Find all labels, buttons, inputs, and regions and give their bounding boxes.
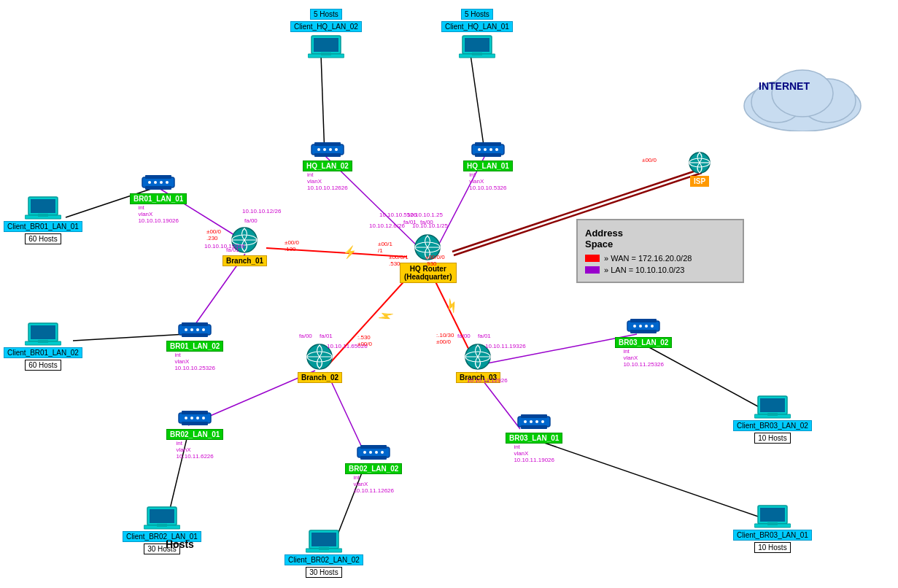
- svg-point-96: [639, 325, 642, 328]
- svg-rect-43: [472, 144, 504, 155]
- isp-iface: ±00/0: [642, 157, 657, 163]
- svg-rect-108: [31, 199, 55, 213]
- hq-s001: ±00/0/1.530: [389, 254, 409, 267]
- svg-point-90: [535, 420, 538, 423]
- svg-rect-57: [142, 177, 174, 187]
- br01-lan02-hosts: 60 Hosts: [25, 360, 61, 371]
- svg-text:⚡: ⚡: [441, 295, 462, 316]
- svg-text:⚡: ⚡: [342, 244, 358, 260]
- svg-rect-114: [38, 340, 48, 343]
- svg-point-91: [541, 420, 544, 423]
- svg-point-60: [148, 181, 151, 184]
- internet-cloud: INTERNET: [737, 58, 868, 134]
- hq-lan02-node: HQ_LAN_02 intvlanX10.10.10.12626: [303, 139, 352, 191]
- svg-point-56: [335, 148, 338, 151]
- svg-point-27: [772, 70, 833, 117]
- lan-legend: » LAN = 10.10.10.0/23: [604, 266, 684, 274]
- br03-lan01-hosts: 10 Hosts: [754, 542, 790, 553]
- svg-rect-102: [321, 53, 331, 55]
- client-hq-lan01: 5 Hosts Client_HQ_LAN_01: [441, 9, 513, 60]
- internet-label: INTERNET: [759, 80, 810, 92]
- svg-rect-118: [157, 524, 167, 527]
- br02-lan02-node: BR02_LAN_02 intvlanX10.10.11.12626: [345, 441, 402, 494]
- svg-point-75: [190, 417, 193, 419]
- svg-point-68: [190, 328, 193, 331]
- address-space-title: AddressSpace: [585, 228, 735, 249]
- br02-lan02-hosts: 30 Hosts: [306, 567, 341, 578]
- branch01-router: Branch_01 fa/00 ±00/0.230 fa/01 10.10.10…: [222, 225, 267, 266]
- svg-point-76: [196, 417, 199, 419]
- svg-point-48: [489, 148, 492, 151]
- svg-rect-130: [767, 413, 778, 416]
- svg-point-70: [202, 328, 205, 331]
- svg-point-77: [202, 417, 205, 419]
- br01-lan02-label: BR01_LAN_02: [166, 341, 223, 352]
- hosts-label: Hosts: [166, 538, 194, 550]
- svg-rect-110: [38, 214, 48, 217]
- svg-rect-85: [518, 417, 550, 427]
- svg-rect-72: [182, 411, 208, 414]
- svg-rect-44: [475, 142, 501, 146]
- branch02-label: Branch_02: [298, 372, 342, 383]
- svg-point-95: [633, 325, 636, 328]
- svg-rect-59: [145, 186, 171, 190]
- wan-legend: » WAN = 172.16.20.0/28: [604, 254, 692, 263]
- svg-point-83: [375, 451, 378, 454]
- svg-rect-71: [179, 413, 211, 423]
- svg-point-53: [317, 148, 320, 151]
- svg-rect-128: [760, 398, 785, 412]
- br03-lan02-node: BR03_LAN_02 intvlanX10.10.11.25326: [615, 315, 672, 368]
- br01-lan01-node: BR01_LAN_01 intvlanX10.10.10.19026: [130, 171, 187, 224]
- svg-rect-94: [630, 330, 657, 333]
- svg-rect-65: [182, 322, 208, 326]
- client-br01-lan01: Client_BR01_LAN_01 60 Hosts: [4, 193, 82, 244]
- svg-rect-112: [31, 325, 55, 339]
- svg-rect-116: [150, 509, 174, 523]
- branch02-router: Branch_02 fa/00 fa/01 10.10.11.65026: [298, 341, 342, 383]
- svg-rect-100: [314, 38, 338, 52]
- br01-lan01-label: BR01_LAN_01: [130, 193, 187, 204]
- legend-box: AddressSpace » WAN = 172.16.20.0/28 » LA…: [576, 219, 744, 283]
- svg-rect-78: [357, 447, 390, 457]
- svg-point-54: [323, 148, 326, 151]
- client-br03-lan01: Client_BR03_LAN_01 10 Hosts: [733, 502, 812, 553]
- svg-point-55: [329, 148, 332, 151]
- svg-rect-92: [627, 321, 659, 331]
- hq-lan02-label: HQ_LAN_02: [303, 160, 352, 171]
- isp-label: ISP: [690, 176, 709, 187]
- svg-rect-51: [314, 142, 341, 146]
- svg-rect-126: [767, 522, 778, 525]
- svg-rect-50: [311, 144, 344, 155]
- branch01-label: Branch_01: [222, 255, 267, 266]
- svg-point-49: [495, 148, 498, 151]
- svg-point-89: [530, 420, 533, 423]
- svg-rect-87: [521, 425, 547, 429]
- svg-point-63: [166, 181, 169, 184]
- svg-point-84: [381, 451, 384, 454]
- svg-point-62: [160, 181, 163, 184]
- br03-lan02-hosts: 10 Hosts: [754, 433, 790, 444]
- svg-rect-86: [521, 414, 547, 418]
- svg-rect-52: [314, 153, 341, 157]
- hq-lan01-label: HQ_LAN_01: [463, 160, 513, 171]
- svg-rect-120: [311, 533, 336, 546]
- svg-rect-64: [179, 325, 211, 335]
- client-hq-lan02: 5 Hosts Client_HQ_LAN_02: [290, 9, 362, 60]
- svg-point-88: [524, 420, 527, 423]
- br02-lan01-label: BR02_LAN_01: [166, 429, 223, 440]
- br02-lan01-node: BR02_LAN_01 intvlanX10.10.11.6226: [166, 407, 223, 460]
- hq-router-node: HQ Router(Headquarter) fa/01 fa/00 ±00/0…: [400, 232, 457, 283]
- hq-lan01-node: HQ_LAN_01 intvlanX10.10.10.5326: [463, 139, 513, 191]
- svg-rect-66: [182, 333, 208, 337]
- svg-point-98: [651, 325, 654, 328]
- svg-rect-104: [465, 38, 489, 52]
- br01-lan01-hosts: 60 Hosts: [25, 233, 61, 244]
- svg-point-46: [478, 148, 481, 151]
- svg-rect-106: [472, 53, 482, 55]
- svg-rect-58: [145, 175, 171, 179]
- svg-rect-124: [760, 508, 785, 522]
- svg-text:⚡: ⚡: [376, 306, 396, 326]
- client-br03-lan02: Client_BR03_LAN_02 10 Hosts: [733, 392, 812, 444]
- svg-rect-122: [319, 547, 329, 550]
- br02-lan02-label: BR02_LAN_02: [345, 463, 402, 474]
